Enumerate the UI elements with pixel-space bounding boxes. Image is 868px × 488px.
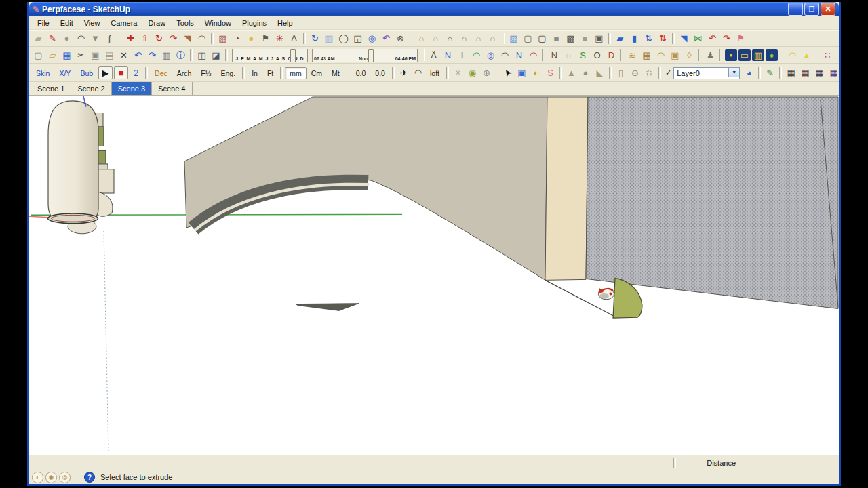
menu-help[interactable]: Help [272, 18, 298, 28]
menu-plugins[interactable]: Plugins [237, 18, 272, 28]
layer-visible-check[interactable]: ✓ [665, 68, 671, 77]
record-stop-button[interactable]: ■ [114, 66, 128, 79]
erase[interactable]: ✕ [117, 49, 131, 62]
arc-green-tool[interactable]: ◠ [469, 49, 484, 62]
stamp-tool[interactable]: ▣ [668, 49, 682, 62]
person-figure[interactable]: ♟ [703, 49, 717, 62]
zoom-tool[interactable]: ◯ [336, 32, 351, 45]
tan-cone-tool[interactable]: ▲ [564, 66, 578, 80]
play-button[interactable]: ▶ [98, 66, 113, 79]
rotate-tool[interactable]: ↻ [152, 32, 166, 45]
view-right[interactable]: ⌂ [486, 32, 500, 45]
shadow-date-slider[interactable]: J F M A M J J A S O N D [232, 49, 308, 62]
curve-n-tool[interactable]: N [441, 49, 455, 62]
menu-draw[interactable]: Draw [142, 18, 171, 28]
undo[interactable]: ↶ [131, 49, 145, 62]
circle-o-tool[interactable]: O [590, 49, 604, 62]
close-button[interactable]: ✕ [821, 3, 835, 16]
style-hidden-line[interactable]: ▢ [535, 32, 549, 45]
redo[interactable]: ↷ [145, 49, 159, 62]
curve-i-tool[interactable]: I [455, 49, 469, 62]
polygon-tool[interactable]: ▼ [88, 32, 102, 45]
xy-tool[interactable]: X/Y [54, 67, 75, 79]
credits-icon[interactable]: ◎ [59, 472, 71, 483]
plane-tool[interactable]: ✈ [397, 66, 411, 80]
loft-button[interactable]: loft [425, 67, 444, 79]
bezier-curve-tool[interactable]: Ä [427, 49, 441, 62]
menu-view[interactable]: View [79, 18, 106, 28]
viewport-3d[interactable] [29, 96, 839, 455]
move-tool[interactable]: ✚ [123, 32, 138, 45]
sandbox-from-scratch[interactable]: ▦ [639, 49, 654, 62]
bubble-tool[interactable]: Bub [75, 67, 98, 79]
rotate-widget[interactable] [598, 288, 614, 300]
view-left[interactable]: ⌂ [471, 32, 486, 45]
menu-file[interactable]: File [32, 18, 55, 28]
extrude-edges-by-lathe[interactable]: ▦ [827, 66, 839, 80]
tape-measure-tool[interactable]: ▨ [216, 32, 230, 45]
perp-face-tool-1[interactable]: ▰ [613, 32, 627, 45]
flatten-arc-tool[interactable]: ◠ [411, 66, 425, 80]
minimize-button[interactable]: — [788, 3, 803, 16]
style-monochrome[interactable]: ■ [578, 32, 592, 45]
soap-skin-tool[interactable]: ▣ [515, 66, 529, 80]
open-file[interactable]: ▱ [45, 49, 60, 62]
restore-button[interactable]: ❒ [804, 3, 819, 16]
orbit-tool[interactable]: ↻ [308, 32, 322, 45]
polyline-tool[interactable]: N [547, 49, 561, 62]
text-tool[interactable]: ⚑ [258, 32, 273, 45]
new-file[interactable]: ▢ [31, 49, 45, 62]
freehand-tool[interactable]: ʃ [102, 32, 117, 45]
unit-mm-button[interactable]: mm [285, 67, 307, 79]
sandbox-from-contours[interactable]: ≋ [625, 49, 639, 62]
precision-increase-button[interactable]: 0.0 [370, 67, 390, 79]
cone-tool[interactable]: ▲ [800, 49, 814, 62]
view-front[interactable]: ⌂ [443, 32, 457, 45]
skin-tool[interactable]: Skin [31, 67, 54, 79]
worm-tool[interactable]: S [543, 66, 557, 80]
style-textured[interactable]: ▩ [564, 32, 578, 45]
perp-face-tool-2[interactable]: ▮ [627, 32, 642, 45]
help-icon[interactable]: ? [84, 472, 95, 483]
axes-tool[interactable]: ✳ [273, 32, 287, 45]
style-back-edges[interactable]: ▣ [592, 32, 606, 45]
spiral-tool[interactable]: ◎ [484, 49, 498, 62]
menu-camera[interactable]: Camera [105, 18, 142, 28]
dashed-circle-tool[interactable]: ◌ [561, 49, 576, 62]
menu-edit[interactable]: Edit [55, 18, 79, 28]
titlebar[interactable]: ✎ Perpfacese - SketchUp — ❒ ✕ [29, 2, 839, 16]
scene-tab-scene-3[interactable]: Scene 3 [112, 82, 152, 95]
menu-tools[interactable]: Tools [171, 18, 199, 28]
pushpull-tool[interactable]: ⇧ [138, 32, 152, 45]
model-info[interactable]: ⓘ [174, 49, 188, 62]
section-x-tool[interactable]: ⋈ [691, 32, 705, 45]
dome-tool[interactable]: ◠ [785, 49, 800, 62]
tan-sphere-tool[interactable]: ● [578, 66, 593, 80]
zoom-window-tool[interactable]: ◱ [351, 32, 365, 45]
scene-tab-scene-4[interactable]: Scene 4 [152, 82, 192, 95]
side-panel-3[interactable] [97, 169, 114, 193]
curve-undo-tool[interactable]: ↶ [705, 32, 719, 45]
right-wall-tan-face[interactable] [545, 97, 588, 280]
tan-wedge-tool[interactable]: ◣ [593, 66, 607, 80]
unit-inches-button[interactable]: In [247, 67, 262, 79]
select-cursor-tool[interactable]: ➤ [500, 66, 515, 80]
style-shaded[interactable]: ■ [549, 32, 564, 45]
smoove-tool[interactable]: ◠ [654, 49, 668, 62]
format-engineering-button[interactable]: Eng. [216, 67, 241, 79]
perp-updown-tool-1[interactable]: ⇅ [642, 32, 656, 45]
shell-web-tool[interactable]: ✳ [451, 66, 465, 80]
palette-dots-2[interactable]: ∷ [835, 49, 839, 62]
copy[interactable]: ▣ [88, 49, 102, 62]
lock-tool[interactable]: ◉ [465, 66, 479, 80]
claim-model-icon[interactable]: ◉ [45, 472, 57, 483]
offset-tool[interactable]: ◠ [195, 32, 209, 45]
extrude-edges-by-vector[interactable]: ▦ [798, 66, 812, 80]
curve-redo-tool[interactable]: ↷ [719, 32, 734, 45]
diagonal-tool[interactable]: ◥ [677, 32, 691, 45]
geolocation-icon[interactable]: ◐ [32, 472, 43, 483]
view-top[interactable]: ⌂ [429, 32, 443, 45]
format-fractional-button[interactable]: F½ [196, 67, 216, 79]
arc-tool[interactable]: ◠ [74, 32, 88, 45]
zoom-extents-tool[interactable]: ◎ [365, 32, 379, 45]
